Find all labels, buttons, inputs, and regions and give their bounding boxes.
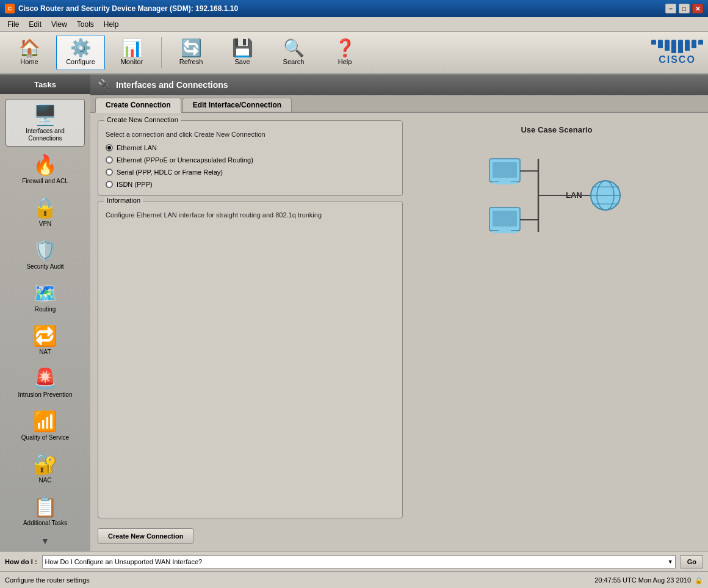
- monitor-icon: 📊: [121, 40, 143, 57]
- radio-circle-ethernet-ppp: [106, 156, 113, 164]
- sidebar-item-security[interactable]: 🛡️ Security Audit: [5, 234, 85, 275]
- sidebar-item-intrusion[interactable]: 🚨 Intrusion Prevention: [5, 363, 85, 403]
- sidebar: 🖥️ Interfaces andConnections 🔥 Firewall …: [0, 94, 90, 551]
- maximize-button[interactable]: □: [679, 4, 690, 13]
- status-right-area: 20:47:55 UTC Mon Aug 23 2010 🔒: [594, 576, 703, 584]
- sidebar-item-firewall[interactable]: 🔥 Firewall and ACL: [5, 149, 85, 189]
- menu-help[interactable]: Help: [99, 19, 124, 30]
- home-label: Home: [20, 58, 38, 65]
- routing-icon: 🗺️: [33, 281, 57, 305]
- sidebar-item-qos[interactable]: 📶 Quality of Service: [5, 405, 85, 446]
- sidebar-item-vpn[interactable]: 🔒 VPN: [5, 192, 85, 232]
- instruction-text: Select a connection and click Create New…: [106, 131, 395, 138]
- configure-label: Configure: [66, 58, 95, 65]
- firewall-icon: 🔥: [33, 153, 57, 176]
- configure-button[interactable]: ⚙️ Configure: [56, 35, 105, 70]
- nac-icon: 🔐: [33, 452, 57, 476]
- radio-label-serial: Serial (PPP, HDLC or Frame Relay): [117, 169, 223, 176]
- help-button[interactable]: ❓ Help: [320, 35, 369, 70]
- window-title: Cisco Router and Security Device Manager…: [18, 4, 238, 13]
- status-bar: Configure the router settings 20:47:55 U…: [0, 571, 708, 588]
- tab-bar: Create Connection Edit Interface/Connect…: [90, 95, 708, 113]
- network-diagram: LAN: [477, 147, 636, 244]
- search-button[interactable]: 🔍 Search: [269, 35, 318, 70]
- configure-icon: ⚙️: [70, 40, 92, 57]
- radio-isdn[interactable]: ISDN (PPP): [106, 181, 395, 188]
- monitor-button[interactable]: 📊 Monitor: [107, 35, 156, 70]
- save-button[interactable]: 💾 Save: [218, 35, 267, 70]
- status-timestamp: 20:47:55 UTC Mon Aug 23 2010: [594, 576, 691, 584]
- close-button[interactable]: ✕: [692, 4, 703, 13]
- menu-edit[interactable]: Edit: [24, 19, 46, 30]
- menu-view[interactable]: View: [46, 19, 72, 30]
- main-content: Create New Connection Select a connectio…: [90, 113, 708, 551]
- title-bar: C Cisco Router and Security Device Manag…: [0, 0, 708, 17]
- radio-circle-ethernet-lan: [106, 144, 113, 151]
- status-left-text: Configure the router settings: [5, 576, 90, 584]
- how-do-i-label: How do I :: [5, 558, 37, 565]
- radio-label-isdn: ISDN (PPP): [117, 181, 153, 188]
- refresh-icon: 🔄: [181, 40, 202, 57]
- radio-ethernet-lan[interactable]: Ethernet LAN: [106, 144, 395, 151]
- information-group: Information Configure Ethernet LAN inter…: [98, 201, 403, 518]
- minimize-button[interactable]: –: [665, 4, 676, 13]
- window-controls: – □ ✕: [665, 4, 703, 13]
- home-button[interactable]: 🏠 Home: [5, 35, 54, 70]
- qos-icon: 📶: [33, 410, 57, 433]
- radio-group: Ethernet LAN Ethernet (PPPoE or Unencaps…: [106, 144, 395, 188]
- monitor-label: Monitor: [121, 58, 143, 65]
- sidebar-item-additional[interactable]: 📋 Additional Tasks: [5, 491, 85, 531]
- home-icon: 🏠: [19, 40, 40, 57]
- security-icon: 🛡️: [33, 239, 57, 262]
- svg-rect-7: [493, 231, 517, 233]
- svg-rect-5: [493, 211, 517, 227]
- interfaces-icon: 🖥️: [33, 103, 57, 126]
- info-title: Information: [104, 197, 143, 204]
- radio-label-ethernet-ppp: Ethernet (PPPoE or Unencapsulated Routin…: [117, 156, 253, 164]
- sidebar-item-nat[interactable]: 🔁 NAT: [5, 320, 85, 360]
- section-header: 🔌 Interfaces and Connections: [90, 74, 708, 95]
- refresh-button[interactable]: 🔄 Refresh: [167, 35, 215, 70]
- svg-rect-3: [493, 182, 517, 184]
- toolbar-separator-1: [161, 37, 162, 68]
- content-area: 🔌 Interfaces and Connections Create Conn…: [90, 74, 708, 551]
- create-connection-group: Create New Connection Select a connectio…: [98, 120, 403, 196]
- sidebar-item-nac[interactable]: 🔐 NAC: [5, 448, 85, 488]
- vpn-icon: 🔒: [33, 196, 57, 219]
- tab-create-connection[interactable]: Create Connection: [95, 98, 181, 113]
- info-text: Configure Ethernet LAN interface for str…: [106, 211, 322, 219]
- menu-bar: File Edit View Tools Help: [0, 17, 708, 32]
- use-case-title: Use Case Scenario: [521, 125, 592, 134]
- save-label: Save: [234, 58, 250, 65]
- go-button[interactable]: Go: [681, 555, 703, 568]
- menu-file[interactable]: File: [2, 19, 24, 30]
- radio-ethernet-ppp[interactable]: Ethernet (PPPoE or Unencapsulated Routin…: [106, 156, 395, 164]
- svg-rect-1: [493, 162, 517, 178]
- nat-icon: 🔁: [33, 324, 57, 347]
- left-panel: Create New Connection Select a connectio…: [98, 120, 403, 544]
- app-icon: C: [5, 4, 15, 13]
- toolbar: 🏠 Home ⚙️ Configure 📊 Monitor 🔄 Refresh …: [0, 32, 708, 74]
- save-icon: 💾: [232, 40, 253, 57]
- help-icon: ❓: [334, 40, 356, 57]
- radio-label-ethernet-lan: Ethernet LAN: [117, 144, 157, 151]
- help-label: Help: [338, 58, 352, 65]
- additional-icon: 📋: [33, 495, 57, 518]
- search-icon: 🔍: [283, 40, 305, 57]
- sidebar-scroll-down[interactable]: ▼: [41, 536, 49, 546]
- radio-circle-isdn: [106, 181, 113, 188]
- how-do-i-select-wrapper: How Do I Configure an Unsupported WAN In…: [42, 555, 676, 568]
- search-label: Search: [283, 58, 305, 65]
- how-do-i-bar: How do I : How Do I Configure an Unsuppo…: [0, 551, 708, 571]
- section-title: Interfaces and Connections: [116, 80, 228, 90]
- create-new-connection-button[interactable]: Create New Connection: [98, 528, 193, 544]
- tab-edit-interface[interactable]: Edit Interface/Connection: [182, 98, 292, 112]
- radio-circle-serial: [106, 169, 113, 176]
- how-do-i-select[interactable]: How Do I Configure an Unsupported WAN In…: [42, 555, 676, 568]
- sidebar-item-routing[interactable]: 🗺️ Routing: [5, 277, 85, 318]
- radio-serial[interactable]: Serial (PPP, HDLC or Frame Relay): [106, 169, 395, 176]
- lock-icon: 🔒: [695, 576, 703, 584]
- menu-tools[interactable]: Tools: [72, 19, 99, 30]
- group-title: Create New Connection: [104, 116, 181, 123]
- sidebar-item-interfaces[interactable]: 🖥️ Interfaces andConnections: [5, 99, 85, 147]
